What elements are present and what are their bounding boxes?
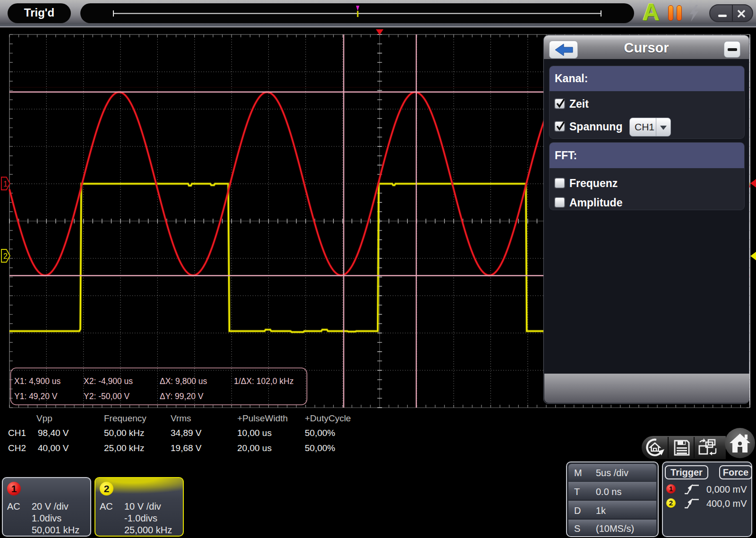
svg-text:2: 2 (3, 252, 8, 260)
svg-text:1: 1 (3, 180, 8, 188)
svg-text:ΔX: 9,800 us: ΔX: 9,800 us (160, 376, 207, 386)
svg-text:ΔY: 99,20 V: ΔY: 99,20 V (160, 392, 204, 401)
svg-text:1/ΔX: 102,0 kHz: 1/ΔX: 102,0 kHz (234, 376, 293, 386)
svg-text:Y1: 49,20 V: Y1: 49,20 V (14, 392, 58, 401)
svg-text:X1: 4,900 us: X1: 4,900 us (14, 376, 61, 386)
svg-text:Y2: -50,00 V: Y2: -50,00 V (84, 392, 130, 401)
svg-text:X2: -4,900 us: X2: -4,900 us (84, 376, 133, 386)
